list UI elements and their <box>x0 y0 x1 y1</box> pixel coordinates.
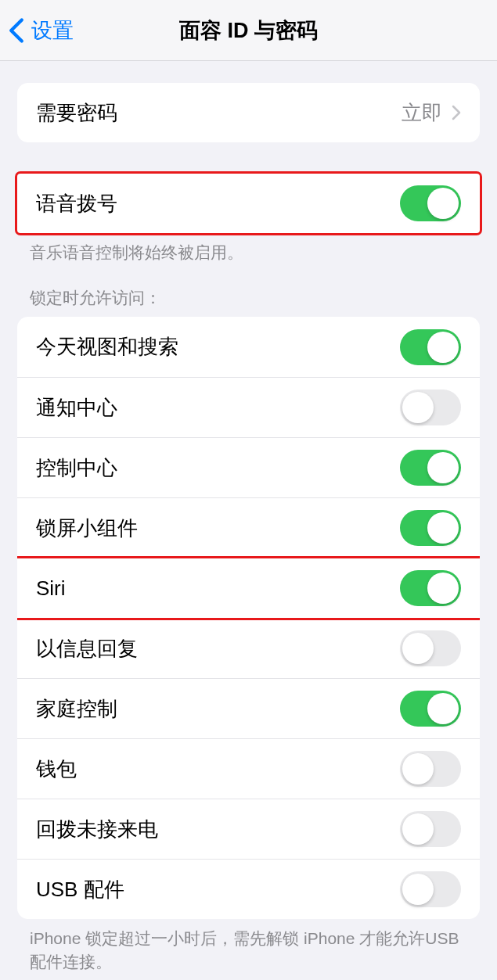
row-lock-access-item: 通知中心 <box>17 377 480 437</box>
row-lock-access-item: 回拨未接来电 <box>17 799 480 859</box>
toggle-knob <box>427 452 459 483</box>
row-value: 立即 <box>402 99 442 127</box>
toggle-lock-access-item[interactable] <box>400 510 461 546</box>
section-require-passcode: 需要密码 立即 <box>17 83 480 142</box>
row-lock-access-item: 钱包 <box>17 738 480 799</box>
row-lock-access-item: 以信息回复 <box>17 618 480 678</box>
nav-header: 设置 面容 ID 与密码 <box>0 0 497 61</box>
lock-access-footer: iPhone 锁定超过一小时后，需先解锁 iPhone 才能允许USB 配件连接… <box>30 927 467 973</box>
row-require-passcode[interactable]: 需要密码 立即 <box>17 83 480 142</box>
toggle-lock-access-item[interactable] <box>400 751 461 787</box>
row-label: USB 配件 <box>36 876 124 903</box>
row-label: 通知中心 <box>36 394 117 422</box>
row-lock-access-item: 家庭控制 <box>17 678 480 738</box>
chevron-left-icon <box>8 17 25 44</box>
toggle-knob <box>427 693 459 724</box>
row-lock-access-item: 锁屏小组件 <box>17 497 480 558</box>
row-right: 立即 <box>402 99 461 127</box>
toggle-knob <box>427 188 459 219</box>
toggle-lock-access-item[interactable] <box>400 691 461 727</box>
row-label: Siri <box>36 576 66 601</box>
toggle-knob <box>427 332 459 363</box>
toggle-lock-access-item[interactable] <box>400 630 461 666</box>
row-label: 控制中心 <box>36 454 117 482</box>
toggle-lock-access-item[interactable] <box>400 871 461 907</box>
back-button[interactable]: 设置 <box>8 16 74 45</box>
back-label: 设置 <box>31 16 74 45</box>
row-lock-access-item: 今天视图和搜索 <box>17 317 480 377</box>
toggle-voice-dial[interactable] <box>400 185 461 221</box>
row-lock-access-item: USB 配件 <box>17 859 480 919</box>
section-lock-access: 今天视图和搜索通知中心控制中心锁屏小组件Siri以信息回复家庭控制钱包回拨未接来… <box>17 317 480 919</box>
toggle-knob <box>402 633 434 664</box>
row-voice-dial: 语音拨号 <box>17 174 480 233</box>
row-label: 需要密码 <box>36 99 117 127</box>
toggle-knob <box>402 392 434 423</box>
toggle-lock-access-item[interactable] <box>400 389 461 425</box>
row-label: 回拨未接来电 <box>36 816 158 843</box>
toggle-knob <box>427 573 459 604</box>
lock-access-header: 锁定时允许访问： <box>30 287 467 309</box>
toggle-lock-access-item[interactable] <box>400 450 461 486</box>
toggle-lock-access-item[interactable] <box>400 570 461 606</box>
row-label: 钱包 <box>36 756 77 783</box>
toggle-knob <box>402 753 434 784</box>
row-lock-access-item: 控制中心 <box>17 437 480 497</box>
section-voice-dial: 语音拨号 <box>17 174 480 233</box>
row-lock-access-item: Siri <box>17 558 480 618</box>
row-label: 语音拨号 <box>36 190 117 217</box>
voice-dial-footer: 音乐语音控制将始终被启用。 <box>30 241 467 264</box>
page-title: 面容 ID 与密码 <box>0 16 497 45</box>
toggle-knob <box>402 813 434 845</box>
toggle-knob <box>402 874 434 905</box>
row-label: 锁屏小组件 <box>36 515 138 542</box>
toggle-knob <box>427 512 459 544</box>
toggle-lock-access-item[interactable] <box>400 329 461 365</box>
chevron-right-icon <box>452 104 461 121</box>
row-label: 今天视图和搜索 <box>36 333 178 361</box>
row-label: 以信息回复 <box>36 635 138 662</box>
row-label: 家庭控制 <box>36 695 117 723</box>
toggle-lock-access-item[interactable] <box>400 811 461 847</box>
